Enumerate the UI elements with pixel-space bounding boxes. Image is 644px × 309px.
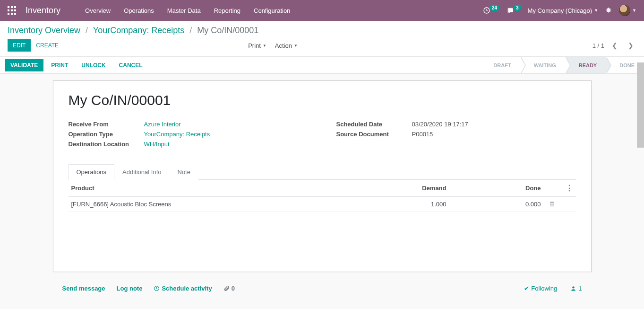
messages-badge: 3 [514,5,521,11]
validate-button[interactable]: VALIDATE [5,59,43,71]
tab-additional-info[interactable]: Additional Info [114,164,169,180]
chevron-down-icon: ▼ [594,8,598,13]
create-button[interactable]: CREATE [31,39,64,52]
nav-configuration[interactable]: Configuration [248,3,296,18]
following-button[interactable]: ✔ Following [524,285,557,292]
top-nav: Inventory Overview Operations Master Dat… [0,0,644,21]
brand-title[interactable]: Inventory [26,6,60,16]
breadcrumb-current: My Co/IN/00001 [197,26,258,35]
paperclip-icon [223,285,230,291]
avatar [619,5,630,16]
breadcrumb-link-1[interactable]: YourCompany: Receipts [93,26,184,35]
pager: 1 / 1 ❮ ❯ [592,41,636,50]
activity-icon[interactable]: 24 [483,7,499,14]
schedule-activity-button[interactable]: Schedule activity [154,285,212,292]
th-demand[interactable]: Demand [355,180,449,197]
nav-reporting[interactable]: Reporting [208,3,246,18]
chevron-down-icon: ▼ [294,44,298,48]
print-button[interactable]: PRINT [45,59,74,71]
check-icon: ✔ [524,285,529,292]
tab-operations[interactable]: Operations [69,164,115,180]
followers-button[interactable]: 1 [570,285,582,292]
th-options[interactable]: ⋮ [563,180,576,197]
value-operation-type[interactable]: YourCompany: Receipts [144,131,210,138]
messages-icon[interactable]: 3 [506,7,521,14]
th-done[interactable]: Done [449,180,544,197]
unlock-button[interactable]: UNLOCK [76,59,111,71]
table-row[interactable]: [FURN_6666] Acoustic Bloc Screens 1.000 … [69,197,576,212]
action-dropdown[interactable]: Action▼ [275,42,298,49]
value-source-document: P00015 [412,131,433,138]
company-selector[interactable]: My Company (Chicago) ▼ [528,7,598,14]
print-dropdown[interactable]: Print▼ [248,42,266,49]
step-draft[interactable]: DRAFT [480,57,520,73]
pager-prev[interactable]: ❮ [609,41,620,50]
step-waiting[interactable]: WAITING [521,57,566,73]
company-name: My Company (Chicago) [528,7,592,14]
label-source-document: Source Document [336,131,412,138]
scrollbar[interactable] [637,62,644,148]
tab-note[interactable]: Note [170,164,198,180]
debug-icon[interactable] [605,7,612,14]
log-note-button[interactable]: Log note [117,285,143,292]
content: My Co/IN/00001 Receive From Azure Interi… [0,74,644,307]
cell-demand: 1.000 [355,197,449,212]
attachments-button[interactable]: 0 [223,285,235,292]
breadcrumb: Inventory Overview / YourCompany: Receip… [8,26,636,35]
breadcrumb-link-0[interactable]: Inventory Overview [8,26,80,35]
user-menu[interactable]: ▼ [619,5,636,16]
tabs: Operations Additional Info Note [69,164,576,180]
record-title: My Co/IN/00001 [69,92,576,108]
pager-next[interactable]: ❯ [625,41,636,50]
status-steps: DRAFT WAITING READY DONE [480,57,644,73]
nav-master-data[interactable]: Master Data [162,3,206,18]
value-scheduled-date: 03/20/2020 19:17:17 [412,121,468,128]
edit-button[interactable]: EDIT [8,39,31,52]
cell-done: 0.000 [449,197,544,212]
cell-product: [FURN_6666] Acoustic Bloc Screens [69,197,355,212]
label-scheduled-date: Scheduled Date [336,121,412,128]
form-sheet: My Co/IN/00001 Receive From Azure Interi… [53,80,592,272]
person-icon [570,285,576,291]
label-receive-from: Receive From [69,121,144,128]
label-destination-location: Destination Location [69,141,144,148]
clock-icon [154,285,160,291]
nav-overview[interactable]: Overview [79,3,116,18]
value-receive-from[interactable]: Azure Interior [144,121,181,128]
chevron-down-icon: ▼ [632,8,636,13]
svg-point-2 [573,286,575,288]
step-ready[interactable]: READY [566,57,607,73]
send-message-button[interactable]: Send message [62,285,105,292]
nav-operations[interactable]: Operations [118,3,160,18]
operations-table: Product Demand Done ⋮ [FURN_6666] Acoust… [69,180,576,212]
apps-icon[interactable] [8,6,16,15]
label-operation-type: Operation Type [69,131,144,138]
th-product[interactable]: Product [69,180,355,197]
cancel-button[interactable]: CANCEL [113,59,148,71]
detail-icon[interactable]: ☰ [550,201,555,208]
chevron-down-icon: ▼ [263,44,266,48]
status-bar: VALIDATE PRINT UNLOCK CANCEL DRAFT WAITI… [0,57,644,74]
pager-text[interactable]: 1 / 1 [592,42,604,49]
activity-badge: 24 [489,5,499,11]
control-panel: Inventory Overview / YourCompany: Receip… [0,21,644,57]
value-destination-location[interactable]: WH/Input [144,141,170,148]
nav-menu: Overview Operations Master Data Reportin… [79,3,296,18]
chatter: Send message Log note Schedule activity … [53,277,592,296]
